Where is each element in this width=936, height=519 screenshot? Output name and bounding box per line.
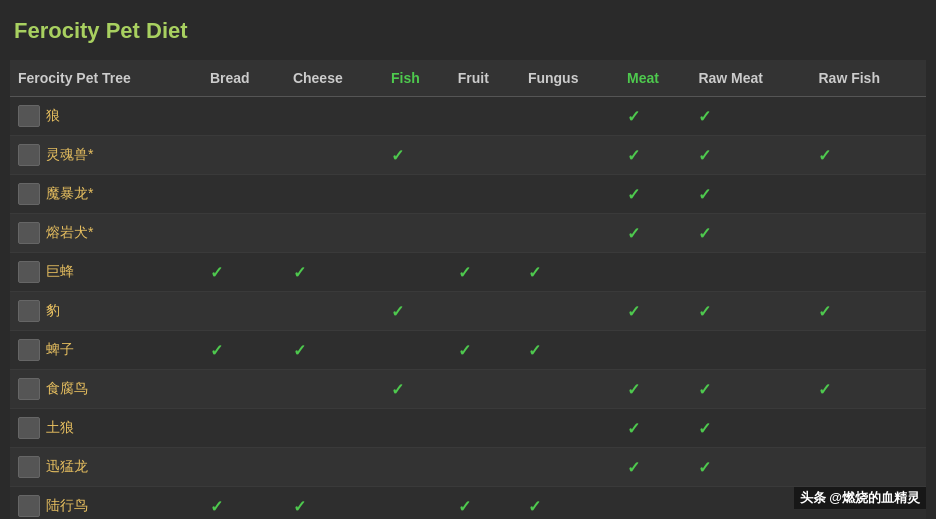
diet-cell-fungus — [520, 214, 619, 253]
diet-cell-fruit: ✓ — [450, 253, 520, 292]
diet-cell-bread — [202, 136, 285, 175]
col-header-raw_meat: Raw Meat — [690, 60, 810, 97]
pet-icon — [18, 183, 40, 205]
pet-icon — [18, 378, 40, 400]
pet-cell: 食腐鸟 — [10, 370, 202, 409]
pet-icon — [18, 456, 40, 478]
table-row: 蜱子✓✓✓✓ — [10, 331, 926, 370]
table-row: 迅猛龙✓✓ — [10, 448, 926, 487]
table-row: 巨蜂✓✓✓✓ — [10, 253, 926, 292]
col-header-pet: Ferocity Pet Tree — [10, 60, 202, 97]
diet-cell-fungus — [520, 175, 619, 214]
diet-cell-fungus: ✓ — [520, 487, 619, 520]
checkmark-icon: ✓ — [627, 225, 640, 242]
diet-cell-raw_fish — [810, 331, 926, 370]
diet-cell-meat — [619, 331, 690, 370]
checkmark-icon: ✓ — [698, 186, 711, 203]
pet-icon — [18, 495, 40, 517]
watermark: 头条 @燃烧的血精灵 — [794, 487, 926, 509]
diet-cell-fruit — [450, 175, 520, 214]
diet-cell-raw_fish — [810, 214, 926, 253]
checkmark-icon: ✓ — [391, 147, 404, 164]
checkmark-icon: ✓ — [210, 498, 223, 515]
diet-cell-cheese: ✓ — [285, 253, 383, 292]
diet-cell-raw_fish — [810, 448, 926, 487]
diet-cell-bread — [202, 97, 285, 136]
diet-cell-raw_meat: ✓ — [690, 97, 810, 136]
pet-cell: 蜱子 — [10, 331, 202, 370]
diet-cell-cheese — [285, 448, 383, 487]
diet-cell-raw_fish — [810, 175, 926, 214]
diet-cell-meat — [619, 487, 690, 520]
diet-cell-raw_meat: ✓ — [690, 370, 810, 409]
diet-cell-fruit — [450, 97, 520, 136]
diet-cell-raw_fish — [810, 253, 926, 292]
diet-cell-raw_meat: ✓ — [690, 409, 810, 448]
pet-cell: 灵魂兽* — [10, 136, 202, 175]
pet-icon — [18, 222, 40, 244]
checkmark-icon: ✓ — [458, 498, 471, 515]
diet-cell-bread — [202, 292, 285, 331]
col-header-raw_fish: Raw Fish — [810, 60, 926, 97]
pet-cell: 陆行鸟 — [10, 487, 202, 520]
checkmark-icon: ✓ — [627, 420, 640, 437]
diet-cell-fish — [383, 175, 450, 214]
diet-cell-raw_meat: ✓ — [690, 292, 810, 331]
checkmark-icon: ✓ — [293, 264, 306, 281]
pet-cell: 狼 — [10, 97, 202, 136]
diet-cell-meat: ✓ — [619, 409, 690, 448]
diet-cell-bread — [202, 448, 285, 487]
pet-name: 豹 — [46, 302, 60, 320]
col-header-bread: Bread — [202, 60, 285, 97]
checkmark-icon: ✓ — [528, 498, 541, 515]
diet-cell-raw_meat — [690, 253, 810, 292]
diet-cell-meat: ✓ — [619, 214, 690, 253]
checkmark-icon: ✓ — [698, 225, 711, 242]
pet-icon — [18, 300, 40, 322]
pet-name: 狼 — [46, 107, 60, 125]
pet-name: 魔暴龙* — [46, 185, 93, 203]
table-row: 灵魂兽*✓✓✓✓ — [10, 136, 926, 175]
pet-name: 巨蜂 — [46, 263, 74, 281]
diet-cell-raw_fish: ✓ — [810, 136, 926, 175]
checkmark-icon: ✓ — [627, 303, 640, 320]
diet-cell-raw_meat: ✓ — [690, 448, 810, 487]
diet-cell-meat: ✓ — [619, 448, 690, 487]
pet-icon — [18, 417, 40, 439]
diet-cell-fruit — [450, 448, 520, 487]
diet-cell-raw_meat — [690, 331, 810, 370]
diet-cell-raw_fish — [810, 97, 926, 136]
checkmark-icon: ✓ — [528, 342, 541, 359]
diet-cell-cheese: ✓ — [285, 487, 383, 520]
pet-cell: 迅猛龙 — [10, 448, 202, 487]
checkmark-icon: ✓ — [627, 186, 640, 203]
checkmark-icon: ✓ — [293, 498, 306, 515]
diet-cell-fish — [383, 253, 450, 292]
checkmark-icon: ✓ — [528, 264, 541, 281]
diet-cell-cheese — [285, 370, 383, 409]
pet-name: 陆行鸟 — [46, 497, 88, 515]
checkmark-icon: ✓ — [818, 303, 831, 320]
checkmark-icon: ✓ — [698, 303, 711, 320]
diet-cell-fungus — [520, 136, 619, 175]
table-row: 陆行鸟✓✓✓✓ — [10, 487, 926, 520]
table-row: 魔暴龙*✓✓ — [10, 175, 926, 214]
diet-cell-meat: ✓ — [619, 97, 690, 136]
diet-cell-fruit — [450, 409, 520, 448]
diet-cell-cheese — [285, 175, 383, 214]
pet-name: 熔岩犬* — [46, 224, 93, 242]
checkmark-icon: ✓ — [698, 459, 711, 476]
checkmark-icon: ✓ — [293, 342, 306, 359]
diet-cell-fungus: ✓ — [520, 331, 619, 370]
col-header-cheese: Cheese — [285, 60, 383, 97]
diet-cell-fish — [383, 448, 450, 487]
checkmark-icon: ✓ — [391, 381, 404, 398]
diet-cell-fungus — [520, 292, 619, 331]
table-row: 食腐鸟✓✓✓✓ — [10, 370, 926, 409]
diet-cell-bread: ✓ — [202, 487, 285, 520]
pet-cell: 熔岩犬* — [10, 214, 202, 253]
diet-table: Ferocity Pet TreeBreadCheeseFishFruitFun… — [10, 60, 926, 519]
diet-cell-meat: ✓ — [619, 136, 690, 175]
diet-cell-raw_meat: ✓ — [690, 175, 810, 214]
pet-name: 迅猛龙 — [46, 458, 88, 476]
